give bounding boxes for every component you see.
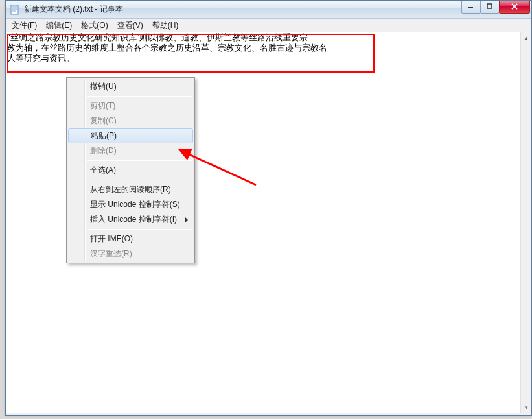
menubar: 文件(F) 编辑(E) 格式(O) 查看(V) 帮助(H)	[6, 19, 531, 32]
ctx-reconvert-label: 汉字重选(R)	[90, 248, 132, 259]
menu-help[interactable]: 帮助(H)	[148, 19, 183, 32]
ctx-delete-label: 删除(D)	[90, 145, 117, 156]
submenu-arrow-icon	[185, 217, 188, 222]
svg-rect-6	[487, 4, 492, 8]
ctx-paste-label: 粘贴(P)	[91, 130, 117, 141]
ctx-rtl-reading-label: 从右到左的阅读顺序(R)	[90, 184, 171, 195]
ctx-insert-unicode[interactable]: 插入 Unicode 控制字符(I)	[68, 212, 193, 227]
window-title: 新建文本文档 (2).txt - 记事本	[24, 4, 462, 15]
titlebar[interactable]: 新建文本文档 (2).txt - 记事本	[6, 1, 531, 19]
maximize-button[interactable]	[480, 1, 500, 14]
close-button[interactable]	[499, 1, 530, 14]
ctx-cut[interactable]: 剪切(T)	[68, 99, 193, 114]
menu-edit[interactable]: 编辑(E)	[41, 19, 76, 32]
ctx-select-all[interactable]: 全选(A)	[68, 163, 193, 178]
text-caret	[75, 54, 75, 63]
ctx-open-ime[interactable]: 打开 IME(O)	[68, 232, 193, 246]
menu-format[interactable]: 格式(O)	[76, 19, 112, 32]
context-menu: 撤销(U) 剪切(T) 复制(C) 粘贴(P) 删除(D) 全选(A) 从右到左…	[66, 77, 195, 263]
ctx-undo-label: 撤销(U)	[90, 81, 117, 92]
ctx-separator	[87, 229, 192, 230]
menu-view[interactable]: 查看(V)	[113, 19, 148, 32]
statusbar	[6, 413, 531, 415]
scroll-up-icon[interactable]: ▲	[521, 32, 531, 43]
ctx-separator	[87, 160, 192, 161]
notepad-icon	[10, 5, 20, 15]
menu-file[interactable]: 文件(F)	[7, 19, 41, 32]
ctx-show-unicode[interactable]: 显示 Unicode 控制字符(S)	[68, 197, 193, 212]
scroll-track[interactable]	[521, 43, 531, 402]
ctx-delete[interactable]: 删除(D)	[68, 143, 193, 158]
ctx-open-ime-label: 打开 IME(O)	[90, 233, 133, 245]
editor-text: "丝绸之路宗教历史文化研究知识库"则以佛教、道教、伊斯兰教等丝路沿线重要宗 教为…	[7, 32, 327, 63]
ctx-separator	[87, 180, 192, 180]
ctx-show-unicode-label: 显示 Unicode 控制字符(S)	[90, 199, 180, 210]
ctx-copy[interactable]: 复制(C)	[68, 114, 193, 128]
ctx-select-all-label: 全选(A)	[90, 165, 116, 176]
vertical-scrollbar[interactable]: ▲ ▼	[520, 32, 531, 413]
ctx-copy-label: 复制(C)	[90, 115, 117, 126]
ctx-insert-unicode-label: 插入 Unicode 控制字符(I)	[90, 214, 177, 225]
ctx-cut-label: 剪切(T)	[90, 101, 115, 112]
ctx-rtl-reading[interactable]: 从右到左的阅读顺序(R)	[68, 182, 193, 197]
ctx-reconvert[interactable]: 汉字重选(R)	[68, 246, 193, 261]
window-buttons	[462, 1, 530, 14]
minimize-button[interactable]	[461, 1, 481, 14]
ctx-separator	[87, 96, 192, 97]
ctx-undo[interactable]: 撤销(U)	[68, 79, 193, 94]
ctx-paste[interactable]: 粘贴(P)	[68, 128, 193, 143]
scroll-down-icon[interactable]: ▼	[521, 402, 531, 413]
